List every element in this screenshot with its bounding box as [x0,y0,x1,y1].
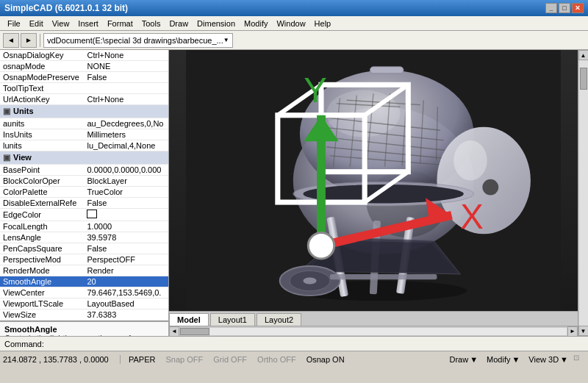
app-title: SimpleCAD (6.6021.0.1 32 bit) [4,3,128,13]
viewport-row: X Y Model Layout1 Layout2 ◄ [169,50,588,336]
menu-tools[interactable]: Tools [137,18,165,29]
ortho-button[interactable]: Ortho OFF [252,354,301,365]
ucs-icon: X Y [169,50,578,311]
status-right-group: Draw ▼ Modify ▼ View 3D ▼ ⊡ [445,354,585,365]
tab-model[interactable]: Model [169,313,209,326]
main-area: OsnapDialogKeyCtrl+NoneosnapModeNONEOsna… [0,50,588,336]
minimize-button[interactable]: _ [545,3,557,13]
prop-row-basepoint[interactable]: BasePoint0.0000,0.0000,0.000 [0,165,168,176]
prop-row-osnapdialogkey[interactable]: OsnapDialogKeyCtrl+None [0,50,168,61]
menu-format[interactable]: Format [103,18,137,29]
right-area: X Y Model Layout1 Layout2 ◄ [169,50,588,336]
h-scroll-track[interactable] [180,328,567,335]
prop-row-smoothangle[interactable]: SmoothAngle20 [0,276,168,287]
tab-layout1[interactable]: Layout1 [210,313,255,326]
menu-window[interactable]: Window [272,18,309,29]
toolbar-fwd-btn[interactable]: ► [21,33,37,48]
viewport-panel: X Y Model Layout1 Layout2 ◄ [169,50,578,336]
properties-table: OsnapDialogKeyCtrl+NoneosnapModeNONEOsna… [0,50,168,321]
document-dropdown[interactable]: vdDocument(E:\special 3d drawings\barbec… [43,33,233,48]
menu-bar: File Edit View Insert Format Tools Draw … [0,16,588,31]
menu-draw[interactable]: Draw [165,18,193,29]
prop-row-viewcenter[interactable]: ViewCenter79.6467,153.5469,0. [0,287,168,298]
command-label: Command: [4,340,44,348]
modify-dropdown[interactable]: Modify ▼ [483,354,523,365]
prop-row-rendermode[interactable]: RenderModeRender [0,265,168,276]
prop-row-blockcoloroper[interactable]: BlockColorOperBlockLayer [0,176,168,187]
svg-text:X: X [460,197,484,236]
prop-row-tooltiptext[interactable]: ToolTipText [0,83,168,94]
prop-section-view: ▣View [0,151,168,165]
command-input[interactable] [47,340,49,348]
v-scroll-thumb[interactable] [580,68,587,90]
menu-view[interactable]: View [48,18,74,29]
svg-marker-44 [304,115,338,142]
menu-insert[interactable]: Insert [74,18,103,29]
maximize-button[interactable]: □ [559,3,570,13]
viewport[interactable]: X Y [169,50,578,311]
menu-dimension[interactable]: Dimension [193,18,240,29]
prop-row-aunits[interactable]: aunitsau_Decdegrees,0,No [0,118,168,129]
prop-row-insunits[interactable]: InsUnitsMillimeters [0,129,168,140]
prop-row-viewsize[interactable]: ViewSize37.6383 [0,309,168,321]
prop-row-edgecolor[interactable]: EdgeColor [0,209,168,221]
v-scroll-track[interactable] [579,60,588,326]
toolbar: ◄ ► vdDocument(E:\special 3d drawings\ba… [0,31,588,50]
prop-row-disableexternalrefe[interactable]: DisableExternalRefeFalse [0,198,168,209]
property-description: SmoothAngle Controls the lighting smooth… [0,321,168,336]
v-scrollbar: ▲ ▼ [578,50,588,336]
prop-row-colorpalette[interactable]: ColorPaletteTrueColor [0,187,168,198]
prop-row-viewportltscale[interactable]: ViewportLTScaleLayoutBased [0,298,168,309]
svg-point-45 [308,233,334,259]
menu-modify[interactable]: Modify [240,18,272,29]
draw-dropdown[interactable]: Draw ▼ [445,354,481,365]
svg-line-39 [365,85,408,115]
h-scrollbar: ◄ ► [169,326,578,336]
svg-text:Y: Y [304,71,327,110]
edge-color-box [87,210,97,218]
dropdown-arrow-icon: ▼ [223,37,229,43]
tab-layout2[interactable]: Layout2 [257,313,301,326]
prop-row-osnapmode[interactable]: osnapModeNONE [0,61,168,72]
menu-edit[interactable]: Edit [25,18,48,29]
viewport-content: X Y [169,50,578,311]
prop-row-lensangle[interactable]: LensAngle39.5978 [0,232,168,243]
prop-row-osnapmodepreserve[interactable]: OsnapModePreserveFalse [0,72,168,83]
resize-grip[interactable]: ⊡ [573,354,585,365]
h-scroll-right[interactable]: ► [567,326,578,337]
menu-file[interactable]: File [3,18,25,29]
h-scroll-left[interactable]: ◄ [169,326,179,337]
grid-button[interactable]: Grid OFF [208,354,252,365]
window-controls: _ □ ✕ [545,3,584,13]
title-bar: SimpleCAD (6.6021.0.1 32 bit) _ □ ✕ [0,0,588,16]
prop-row-urlactionkey[interactable]: UrlActionKeyCtrl+None [0,94,168,105]
prop-row-focallength[interactable]: FocalLength1.0000 [0,221,168,232]
selected-prop-name: SmoothAngle [4,325,164,334]
toolbar-sep1 [40,34,40,47]
prop-row-lunits[interactable]: lunitslu_Decimal,4,None [0,140,168,151]
selected-prop-desc: Controls the lighting smoothness of poly… [4,334,164,336]
v-scroll-up[interactable]: ▲ [578,50,589,60]
prop-row-pencapssquare[interactable]: PenCapsSquareFalse [0,243,168,254]
close-button[interactable]: ✕ [572,3,584,13]
v-scroll-down[interactable]: ▼ [578,326,589,336]
prop-row-perspectivemod[interactable]: PerspectiveModPerspectOFF [0,254,168,265]
properties-panel: OsnapDialogKeyCtrl+NoneosnapModeNONEOsna… [0,50,169,336]
toolbar-back-btn[interactable]: ◄ [3,33,19,48]
command-area: Command: [0,336,588,351]
view3d-dropdown[interactable]: View 3D ▼ [525,354,572,365]
h-scroll-thumb[interactable] [180,328,209,335]
osnap-button[interactable]: Osnap ON [301,354,350,365]
view3d-dropdown-arrow: ▼ [560,355,568,364]
draw-dropdown-arrow: ▼ [470,355,478,364]
modify-dropdown-arrow: ▼ [512,355,520,364]
svg-line-40 [365,172,408,202]
paper-button[interactable]: PAPER [123,354,160,365]
tab-bar: Model Layout1 Layout2 [169,311,578,326]
snap-button[interactable]: Snap OFF [160,354,208,365]
status-bar: 214.0872 , 135.7783 , 0.0000 PAPER Snap … [0,351,588,367]
coordinates-display: 214.0872 , 135.7783 , 0.0000 [3,355,121,364]
menu-help[interactable]: Help [310,18,336,29]
prop-section-units: ▣Units [0,105,168,118]
